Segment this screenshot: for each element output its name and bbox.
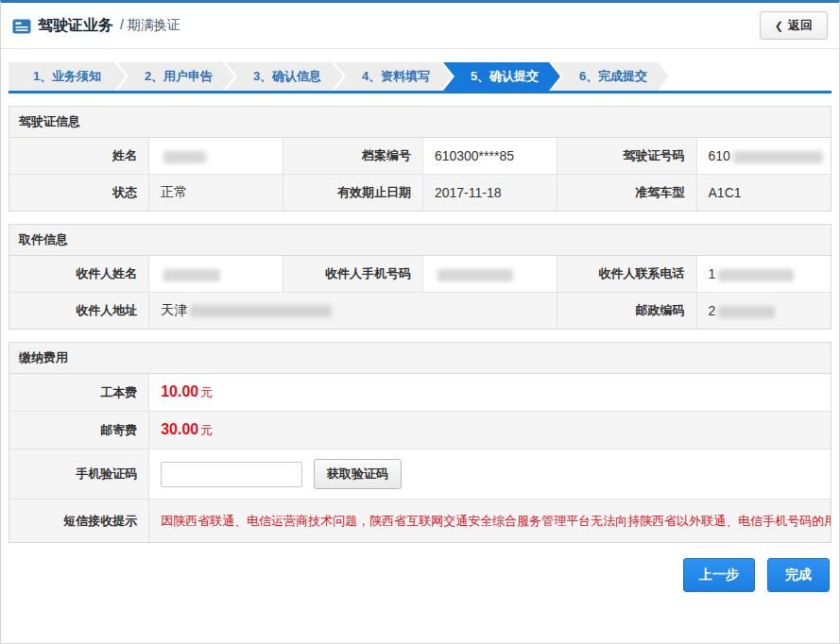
license-no-label: 驾驶证号码 bbox=[557, 138, 696, 175]
recipient-name-label: 收件人姓名 bbox=[9, 256, 149, 293]
recipient-address-label: 收件人地址 bbox=[9, 293, 149, 330]
step-label: 4、资料填写 bbox=[362, 69, 430, 83]
page-subtitle: / 期满换证 bbox=[120, 17, 180, 34]
license-info-section: 驾驶证信息 姓名 档案编号 610300****85 驾驶证号码 610 状态 … bbox=[9, 106, 831, 212]
step-3-confirm-info[interactable]: 3、确认信息 bbox=[226, 62, 343, 91]
step-label: 1、业务须知 bbox=[33, 69, 101, 83]
valid-until-label: 有效期止日期 bbox=[283, 175, 423, 212]
page-title: 驾驶证业务 bbox=[38, 16, 113, 36]
production-fee-amount: 10.00 bbox=[161, 383, 198, 399]
fees-section: 缴纳费用 工本费 10.00元 邮寄费 30.00元 手机验证码 bbox=[9, 342, 831, 543]
redacted-value bbox=[163, 269, 220, 281]
pickup-info-title: 取件信息 bbox=[9, 225, 831, 256]
recipient-phone-value: 1 bbox=[696, 256, 831, 293]
production-fee-unit: 元 bbox=[200, 385, 213, 399]
step-4-fill-data[interactable]: 4、资料填写 bbox=[334, 62, 452, 91]
redacted-value bbox=[190, 305, 332, 317]
back-label: 返回 bbox=[788, 17, 813, 34]
finish-button[interactable]: 完成 bbox=[767, 558, 830, 592]
license-info-title: 驾驶证信息 bbox=[9, 107, 831, 138]
get-sms-code-button[interactable]: 获取验证码 bbox=[314, 459, 402, 489]
step-2-user-declaration[interactable]: 2、用户申告 bbox=[117, 62, 234, 91]
table-row: 姓名 档案编号 610300****85 驾驶证号码 610 bbox=[9, 138, 831, 175]
sms-notice-text: 因陕西省联通、电信运营商技术问题，陕西省互联网交通安全综合服务管理平台无法向持陕… bbox=[161, 509, 819, 533]
step-label: 5、确认提交 bbox=[471, 69, 539, 83]
table-row: 工本费 10.00元 bbox=[9, 374, 831, 412]
vehicle-class-value: A1C1 bbox=[696, 175, 831, 212]
step-6-complete-submit[interactable]: 6、完成提交 bbox=[552, 62, 669, 91]
license-info-table: 姓名 档案编号 610300****85 驾驶证号码 610 状态 正常 有效期… bbox=[9, 138, 831, 211]
title-wrap: 驾驶证业务 / 期满换证 bbox=[12, 16, 180, 36]
table-row: 收件人姓名 收件人手机号码 收件人联系电话 1 bbox=[9, 256, 831, 293]
mailing-fee-value: 30.00元 bbox=[149, 412, 831, 449]
status-label: 状态 bbox=[9, 175, 149, 212]
table-row: 邮寄费 30.00元 bbox=[9, 412, 831, 449]
fees-table: 工本费 10.00元 邮寄费 30.00元 手机验证码 获取验证码 短信接收提 bbox=[9, 374, 831, 542]
valid-until-value: 2017-11-18 bbox=[422, 175, 557, 212]
file-no-label: 档案编号 bbox=[283, 138, 423, 175]
license-no-value: 610 bbox=[696, 138, 831, 175]
production-fee-value: 10.00元 bbox=[149, 374, 831, 412]
footer-actions: 上一步 完成 bbox=[10, 558, 830, 592]
recipient-phone-label: 收件人联系电话 bbox=[557, 256, 696, 293]
recipient-mobile-label: 收件人手机号码 bbox=[283, 256, 423, 293]
redacted-value bbox=[718, 306, 775, 318]
back-chevron-icon: ❮ bbox=[775, 20, 783, 32]
page: 驾驶证业务 / 期满换证 ❮ 返回 1、业务须知 2、用户申告 3、确认信息 4… bbox=[0, 0, 840, 644]
table-row: 短信接收提示 因陕西省联通、电信运营商技术问题，陕西省互联网交通安全综合服务管理… bbox=[9, 500, 831, 543]
fees-title: 缴纳费用 bbox=[9, 343, 831, 374]
redacted-value bbox=[718, 269, 794, 281]
top-bar: 驾驶证业务 / 期满换证 ❮ 返回 bbox=[1, 3, 839, 49]
file-no-value: 610300****85 bbox=[422, 138, 557, 175]
redacted-value bbox=[437, 269, 513, 281]
step-label: 3、确认信息 bbox=[253, 69, 321, 83]
sms-code-cell: 获取验证码 bbox=[149, 449, 831, 500]
table-row: 收件人地址 天津 邮政编码 2 bbox=[9, 293, 831, 330]
redacted-value bbox=[163, 151, 206, 163]
step-5-confirm-submit[interactable]: 5、确认提交 bbox=[443, 62, 560, 91]
sms-code-label: 手机验证码 bbox=[9, 449, 149, 500]
recipient-address-prefix: 天津 bbox=[161, 302, 187, 317]
mailing-fee-amount: 30.00 bbox=[161, 421, 198, 437]
license-card-icon bbox=[12, 19, 31, 34]
table-row: 状态 正常 有效期止日期 2017-11-18 准驾车型 A1C1 bbox=[9, 175, 831, 212]
pickup-info-table: 收件人姓名 收件人手机号码 收件人联系电话 1 收件人地址 天津 邮政编码 2 bbox=[9, 256, 831, 329]
step-1-business-notice[interactable]: 1、业务须知 bbox=[9, 62, 126, 91]
status-value: 正常 bbox=[149, 175, 283, 212]
redacted-value bbox=[733, 151, 823, 163]
production-fee-label: 工本费 bbox=[9, 374, 149, 412]
step-wizard: 1、业务须知 2、用户申告 3、确认信息 4、资料填写 5、确认提交 6、完成提… bbox=[9, 62, 831, 93]
recipient-address-value: 天津 bbox=[149, 293, 557, 330]
step-label: 2、用户申告 bbox=[145, 69, 213, 83]
table-row: 手机验证码 获取验证码 bbox=[9, 449, 831, 500]
license-no-prefix: 610 bbox=[709, 148, 730, 163]
postal-code-value: 2 bbox=[696, 293, 831, 330]
mailing-fee-label: 邮寄费 bbox=[9, 412, 149, 449]
name-value bbox=[149, 138, 283, 175]
postal-code-prefix: 2 bbox=[709, 303, 716, 318]
sms-notice-cell: 因陕西省联通、电信运营商技术问题，陕西省互联网交通安全综合服务管理平台无法向持陕… bbox=[149, 500, 831, 543]
recipient-mobile-value bbox=[422, 256, 557, 293]
recipient-phone-prefix: 1 bbox=[709, 266, 716, 281]
recipient-name-value bbox=[149, 256, 283, 293]
pickup-info-section: 取件信息 收件人姓名 收件人手机号码 收件人联系电话 1 收件人地址 天津 邮政… bbox=[9, 224, 831, 330]
vehicle-class-label: 准驾车型 bbox=[557, 175, 696, 212]
sms-code-input[interactable] bbox=[161, 462, 302, 487]
prev-step-button[interactable]: 上一步 bbox=[683, 558, 755, 592]
postal-code-label: 邮政编码 bbox=[557, 293, 696, 330]
mailing-fee-unit: 元 bbox=[200, 423, 213, 437]
back-button[interactable]: ❮ 返回 bbox=[760, 11, 828, 40]
name-label: 姓名 bbox=[9, 138, 149, 175]
sms-notice-label: 短信接收提示 bbox=[9, 500, 149, 543]
step-label: 6、完成提交 bbox=[579, 69, 647, 83]
